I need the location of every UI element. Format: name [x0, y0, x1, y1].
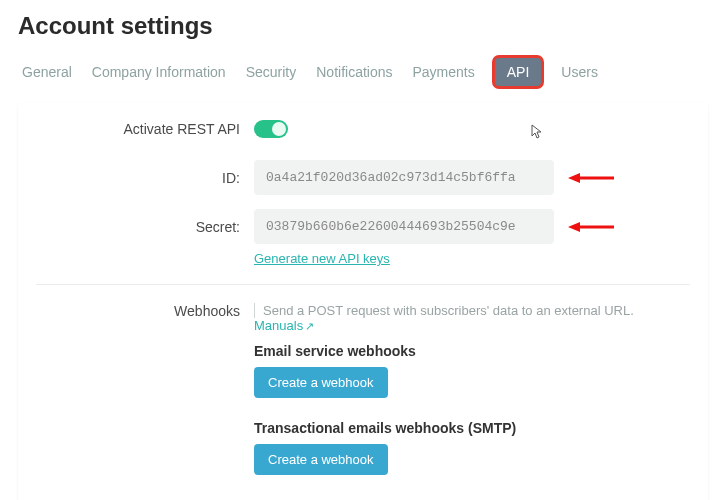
- tab-api[interactable]: API: [495, 58, 542, 86]
- tab-security[interactable]: Security: [246, 64, 297, 80]
- activate-api-toggle[interactable]: [254, 120, 288, 138]
- id-label: ID:: [36, 170, 254, 186]
- page-title: Account settings: [18, 12, 708, 40]
- tab-notifications[interactable]: Notifications: [316, 64, 392, 80]
- webhooks-description: Send a POST request with subscribers' da…: [263, 303, 634, 318]
- svg-marker-3: [568, 222, 580, 232]
- svg-marker-1: [568, 173, 580, 183]
- arrow-icon: [568, 220, 614, 234]
- arrow-icon: [568, 171, 614, 185]
- email-webhooks-title: Email service webhooks: [254, 343, 690, 359]
- id-field[interactable]: [254, 160, 554, 195]
- tab-company-information[interactable]: Company Information: [92, 64, 226, 80]
- external-link-icon: ↗: [305, 320, 314, 332]
- transactional-webhooks-title: Transactional emails webhooks (SMTP): [254, 420, 690, 436]
- tab-general[interactable]: General: [22, 64, 72, 80]
- create-transactional-webhook-button[interactable]: Create a webhook: [254, 444, 388, 475]
- secret-field[interactable]: [254, 209, 554, 244]
- generate-keys-link[interactable]: Generate new API keys: [254, 251, 390, 266]
- secret-label: Secret:: [36, 219, 254, 235]
- api-panel: Activate REST API ID: Secret:: [18, 102, 708, 500]
- tabs: General Company Information Security Not…: [18, 58, 708, 102]
- divider: [36, 284, 690, 285]
- tab-users[interactable]: Users: [561, 64, 598, 80]
- toggle-knob: [272, 122, 286, 136]
- manuals-link[interactable]: Manuals↗: [254, 318, 314, 333]
- tab-payments[interactable]: Payments: [413, 64, 475, 80]
- activate-api-label: Activate REST API: [36, 121, 254, 137]
- webhooks-heading: Webhooks: [36, 303, 254, 319]
- create-email-webhook-button[interactable]: Create a webhook: [254, 367, 388, 398]
